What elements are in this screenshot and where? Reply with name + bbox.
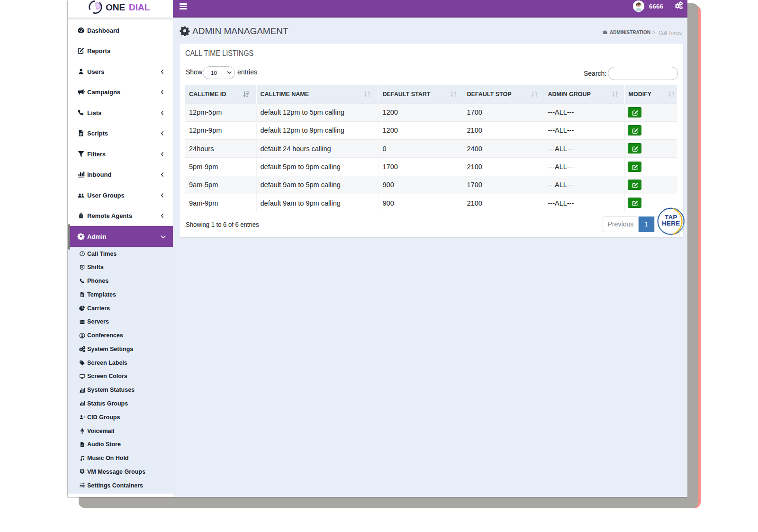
svg-text:DIAL: DIAL: [129, 2, 150, 12]
svg-text:ONE: ONE: [106, 2, 125, 12]
